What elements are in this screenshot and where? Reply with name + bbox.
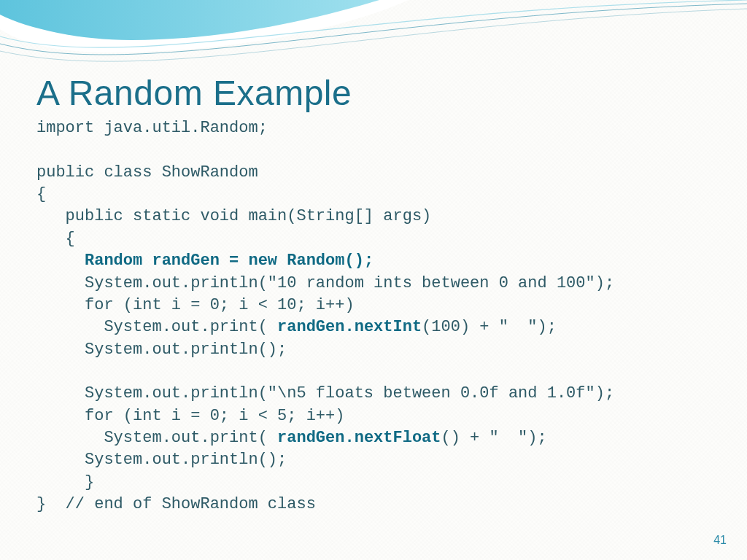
code-line: for (int i = 0; i < 5; i++): [36, 407, 344, 425]
code-line: System.out.println();: [36, 341, 287, 359]
code-line: System.out.println("10 random ints betwe…: [36, 274, 614, 292]
slide-title: A Random Example: [36, 73, 711, 113]
code-line: System.out.println();: [36, 451, 287, 469]
code-line: {: [36, 230, 75, 248]
code-line: for (int i = 0; i < 10; i++): [36, 296, 355, 314]
code-line: }: [36, 473, 94, 491]
code-line-indent: [36, 252, 85, 270]
code-line-prefix: System.out.print(: [36, 429, 277, 447]
code-line: {: [36, 185, 46, 203]
code-line: } // end of ShowRandom class: [36, 495, 316, 513]
page-number: 41: [713, 534, 727, 547]
code-highlight-nextint: randGen.nextInt: [277, 318, 422, 336]
code-line-suffix: (100) + " ");: [422, 318, 557, 336]
code-line: import java.util.Random;: [36, 119, 268, 137]
code-line-prefix: System.out.print(: [36, 318, 277, 336]
code-line-suffix: () + " ");: [441, 429, 547, 447]
code-highlight-random-declaration: Random randGen = new Random();: [85, 252, 374, 270]
code-line: public class ShowRandom: [36, 163, 258, 182]
code-line: public static void main(String[] args): [36, 207, 431, 225]
code-line: System.out.println("\n5 floats between 0…: [36, 384, 614, 402]
code-block: import java.util.Random; public class Sh…: [36, 117, 711, 516]
code-highlight-nextfloat: randGen.nextFloat: [277, 429, 441, 447]
